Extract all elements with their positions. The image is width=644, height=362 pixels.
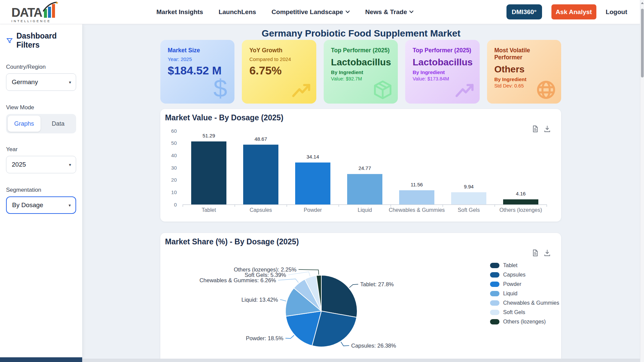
view-mode-graphs-tab[interactable]: Graphs	[8, 116, 41, 132]
chevron-down-icon: ▾	[68, 203, 71, 208]
bar-category-label: Capsules	[250, 207, 272, 213]
stat-card-subtitle: Compared to 2024	[249, 56, 309, 62]
bar-category-label: Tablet	[202, 207, 216, 213]
view-mode-data-tab[interactable]: Data	[42, 116, 75, 132]
stat-card-value: Lactobacillus	[331, 56, 390, 68]
chevron-down-icon: ▾	[69, 162, 71, 167]
pie-label-leader-line	[350, 284, 358, 288]
legend-label: Tablet	[503, 262, 518, 268]
year-label: Year	[6, 146, 76, 153]
year-select[interactable]: 2025 ▾	[6, 156, 76, 173]
nav-item-competitive-landscape[interactable]: Competitive Landscape	[272, 8, 350, 16]
page-title: Germany Probiotic Food Supplement Market	[82, 28, 640, 39]
stat-card-title: Top Performer (2025)	[413, 47, 472, 54]
pie-slice-label: Chewables & Gummies: 6.26%	[200, 277, 276, 283]
logout-link[interactable]: Logout	[606, 8, 627, 16]
legend-item-powder: Powder	[490, 281, 559, 287]
legend-label: Chewables & Gummies	[503, 300, 559, 306]
sidebar-title: Dashboard Filters	[16, 32, 76, 50]
bar-category-label: Soft Gels	[458, 207, 480, 213]
bar-category-label: Chewables & Gummies	[389, 207, 445, 213]
logo-row: DATA ★	[11, 1, 59, 18]
pie-label-leader-line	[285, 335, 294, 338]
chevron-down-icon	[409, 10, 414, 13]
country-select[interactable]: Germany ▾	[6, 73, 76, 91]
pie-slice-label: Liquid: 13.42%	[241, 297, 278, 303]
y-axis-tick: 40	[171, 153, 177, 158]
stat-card-value: 6.75%	[249, 63, 309, 78]
legend-label: Capsules	[503, 272, 526, 278]
pie-slice-tablet[interactable]	[321, 275, 357, 317]
nav-item-launchlens[interactable]: LaunchLens	[219, 8, 256, 16]
y-axis-tick: 10	[171, 189, 177, 195]
stat-card-top-performer-2025: Top Performer (2025)LactobacillusBy Ingr…	[324, 40, 398, 104]
sidebar-footer-bar	[0, 357, 82, 362]
bar-others-lozenges[interactable]	[503, 199, 538, 204]
stat-card-yoy-growth: YoY GrowthCompared to 20246.75%	[242, 40, 316, 104]
legend-swatch	[490, 282, 499, 287]
nav-links: Market InsightsLaunchLensCompetitive Lan…	[156, 8, 414, 16]
bar-liquid[interactable]	[347, 174, 382, 204]
bar-value-label: 24.77	[359, 165, 371, 171]
pie-label-leader-line	[280, 300, 286, 301]
stat-card-top-performer-2025: Top Performer (2025)LactobacillusBy Ingr…	[405, 40, 479, 104]
segmentation-label: Segmentation	[6, 187, 76, 193]
view-mode-label: View Mode	[6, 104, 76, 111]
nav-item-label: Competitive Landscape	[272, 8, 343, 16]
logo-bars-chart-icon: ★	[43, 1, 59, 18]
logo-text: DATA	[11, 7, 42, 18]
bar-powder[interactable]	[295, 163, 330, 204]
legend-swatch	[490, 291, 499, 296]
pie-slice-label: Capsules: 26.38%	[351, 343, 396, 349]
bar-soft-gels[interactable]	[451, 192, 486, 204]
legend-item-others-lozenges: Others (lozenges)	[490, 319, 559, 325]
legend-swatch	[490, 263, 499, 268]
bar-chewables-gummies[interactable]	[399, 190, 434, 204]
horizontal-scrollbar[interactable]	[82, 359, 640, 362]
pie-slice-label: Others (lozenges): 2.25%	[234, 266, 297, 273]
nav-item-label: LaunchLens	[219, 8, 256, 16]
ask-analyst-button[interactable]: Ask Analyst	[551, 4, 596, 19]
stat-card-title: Market Size	[168, 47, 227, 54]
y-axis-tick: 30	[171, 165, 177, 171]
pie-legend: TabletCapsulesPowderLiquidChewables & Gu…	[490, 262, 559, 328]
bar-capsules[interactable]	[243, 145, 278, 204]
vertical-scrollbar[interactable]	[640, 0, 644, 362]
stat-card-dimension: By Ingredient	[413, 69, 472, 75]
segmentation-select[interactable]: By Dosage ▾	[6, 196, 76, 214]
legend-label: Liquid	[503, 291, 518, 297]
dmi360-button[interactable]: DMI360°	[506, 4, 542, 19]
pie-slice-label: Tablet: 27.8%	[360, 281, 394, 287]
bar-value-label: 9.94	[464, 184, 474, 189]
trend-up-icon	[454, 81, 475, 100]
legend-label: Soft Gels	[503, 309, 525, 315]
stat-card-title: Top Performer (2025)	[331, 47, 390, 54]
scrollbar-up-arrow-icon[interactable]	[641, 2, 644, 4]
brand-logo[interactable]: DATA ★ INTELLIGENCE	[11, 1, 59, 23]
filter-funnel-icon	[6, 37, 13, 45]
stat-cards-row: Market SizeYear: 2025$184.52 M$YoY Growt…	[160, 40, 561, 104]
pie-slice-label: Soft Gels: 5.39%	[245, 272, 286, 278]
bar-category-label: Powder	[304, 207, 322, 213]
legend-item-tablet: Tablet	[490, 262, 559, 268]
stat-card-title: Most Volatile Performer	[494, 47, 554, 61]
year-select-value: 2025	[12, 161, 26, 168]
view-mode-toggle: Graphs Data	[6, 114, 76, 133]
legend-item-capsules: Capsules	[490, 272, 559, 278]
legend-item-chewables-gummies: Chewables & Gummies	[490, 300, 559, 306]
legend-swatch	[490, 272, 499, 278]
nav-item-market-insights[interactable]: Market Insights	[156, 8, 203, 16]
country-select-value: Germany	[12, 78, 38, 86]
trend-up-icon	[291, 81, 312, 100]
app: DATA ★ INTELLIGENCE Market InsightsLaunc…	[0, 0, 644, 362]
stat-card-most-volatile-performer: Most Volatile PerformerOthersBy Ingredie…	[487, 40, 561, 104]
pie-label-leader-line	[341, 342, 349, 346]
bar-tablet[interactable]	[191, 141, 226, 204]
nav-item-news-trade[interactable]: News & Trade	[365, 8, 414, 16]
stat-card-subtitle: Year: 2025	[168, 56, 227, 62]
scrollbar-thumb[interactable]	[641, 9, 644, 77]
legend-item-soft-gels: Soft Gels	[490, 309, 559, 315]
filters-sidebar: Dashboard Filters Country/Region Germany…	[0, 24, 82, 357]
bar-value-label: 11.56	[411, 182, 423, 187]
stat-card-dimension: By Ingredient	[331, 69, 390, 75]
